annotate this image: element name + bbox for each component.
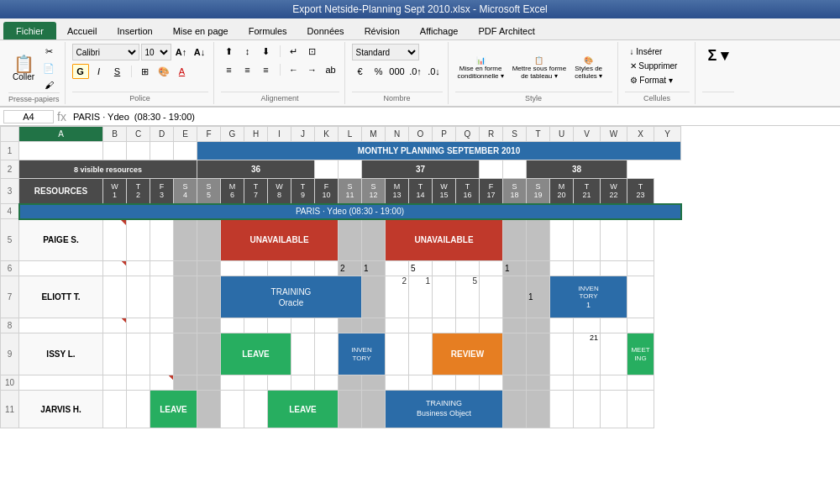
cell-s10[interactable] [503, 375, 527, 391]
paige-unavailable-1[interactable]: UNAVAILABLE [221, 219, 339, 261]
cell-p10[interactable] [433, 375, 456, 391]
col-header-s[interactable]: S [503, 127, 527, 142]
jarvis-s11[interactable] [339, 391, 362, 428]
cell-reference-input[interactable] [3, 110, 54, 123]
cell-l6[interactable]: 2 [339, 261, 362, 276]
thousands-button[interactable]: 000 [389, 64, 406, 79]
paige-f3[interactable] [150, 219, 174, 261]
cell-f8[interactable] [197, 318, 221, 333]
align-middle-button[interactable]: ↕ [239, 44, 256, 59]
cell-b8[interactable] [103, 318, 127, 333]
col-header-l[interactable]: L [339, 127, 362, 142]
col-header-m[interactable]: M [362, 127, 386, 142]
cell-c1[interactable] [127, 142, 150, 160]
cell-d1[interactable] [150, 142, 174, 160]
issy-w1[interactable] [103, 333, 127, 375]
paige-w1[interactable] [103, 219, 127, 261]
cell-c6[interactable] [127, 261, 150, 276]
wrap-text-button[interactable]: ↵ [286, 44, 302, 59]
paige-s5[interactable] [197, 219, 221, 261]
cell-o10[interactable] [409, 375, 433, 391]
cell-g6[interactable] [221, 261, 244, 276]
col-header-h[interactable]: H [244, 127, 268, 142]
cell-t8[interactable] [527, 318, 550, 333]
cell-m8[interactable] [362, 318, 386, 333]
cell-w8[interactable] [601, 318, 627, 333]
cell-v10[interactable] [574, 375, 601, 391]
supprimer-button[interactable]: ✕ Supprimer [627, 60, 681, 72]
cell-t6[interactable] [527, 261, 550, 276]
paige-w22[interactable] [601, 219, 627, 261]
tab-donnees[interactable]: Données [298, 22, 354, 39]
eliott-inventory[interactable]: INVENTORY1 [550, 276, 627, 318]
align-bottom-button[interactable]: ⬇ [258, 44, 275, 59]
jarvis-leave-1[interactable]: LEAVE [150, 391, 197, 428]
jarvis-t21[interactable] [574, 391, 601, 428]
paige-t2[interactable] [127, 219, 150, 261]
issy-m13[interactable] [386, 333, 409, 375]
mise-forme-conditionnelle-button[interactable]: 📊 Mise en formeconditionnelle ▾ [455, 45, 507, 91]
eliott-t23[interactable] [627, 276, 654, 318]
cell-w10[interactable] [601, 375, 627, 391]
eliott-w15[interactable] [433, 276, 456, 318]
cell-e6[interactable] [174, 261, 197, 276]
eliott-s18[interactable] [503, 276, 527, 318]
issy-s5[interactable] [197, 333, 221, 375]
cell-i8[interactable] [268, 318, 291, 333]
paige-s19[interactable] [527, 219, 550, 261]
issy-meeting[interactable]: MEETING [627, 333, 654, 375]
cell-m10[interactable] [362, 375, 386, 391]
cell-i10[interactable] [268, 375, 291, 391]
cell-d6[interactable] [150, 261, 174, 276]
paige-t23[interactable] [627, 219, 654, 261]
jarvis-t2[interactable] [127, 391, 150, 428]
cell-c8[interactable] [127, 318, 150, 333]
align-right-button[interactable]: ≡ [258, 62, 275, 77]
cell-h10[interactable] [244, 375, 268, 391]
cell-x6[interactable] [627, 261, 654, 276]
currency-button[interactable]: € [352, 64, 369, 79]
number-format-selector[interactable]: Standard Nombre Monétaire [352, 44, 419, 60]
font-color-button[interactable]: A [174, 64, 191, 79]
cell-e1[interactable] [174, 142, 197, 160]
col-header-c[interactable]: C [127, 127, 150, 142]
cell-s6[interactable]: 1 [503, 261, 527, 276]
cell-n6[interactable] [386, 261, 409, 276]
format-button[interactable]: ⚙ Format ▾ [627, 74, 681, 87]
tab-insertion[interactable]: Insertion [108, 22, 161, 39]
borders-button[interactable]: ⊞ [137, 64, 154, 79]
cell-r8[interactable] [480, 318, 503, 333]
eliott-t2[interactable] [127, 276, 150, 318]
eliott-s19[interactable]: 1 [527, 276, 550, 318]
col-header-i[interactable]: I [268, 127, 291, 142]
eliott-w1[interactable] [103, 276, 127, 318]
eliott-t16[interactable]: 5 [456, 276, 480, 318]
cell-l10[interactable] [339, 375, 362, 391]
cell-a1[interactable] [19, 142, 103, 160]
align-left-button[interactable]: ≡ [221, 62, 238, 77]
cell-f10[interactable] [197, 375, 221, 391]
tab-accueil[interactable]: Accueil [58, 22, 106, 39]
cell-r10[interactable] [480, 375, 503, 391]
jarvis-leave-2[interactable]: LEAVE [268, 391, 339, 428]
sigma-button[interactable]: Σ ▾ [702, 44, 735, 67]
col-header-y[interactable]: Y [654, 127, 681, 142]
tab-formules[interactable]: Formules [239, 22, 297, 39]
styles-cellules-button[interactable]: 🎨 Styles decellules ▾ [572, 45, 605, 91]
tab-pdf-architect[interactable]: PDF Architect [469, 22, 543, 39]
cell-f6[interactable] [197, 261, 221, 276]
cell-h8[interactable] [244, 318, 268, 333]
col-header-q[interactable]: Q [456, 127, 480, 142]
copier-button[interactable]: 📄 [40, 60, 57, 76]
jarvis-t7[interactable] [244, 391, 268, 428]
orientation-button[interactable]: ab [323, 62, 339, 77]
cell-g10[interactable] [221, 375, 244, 391]
col-header-u[interactable]: U [550, 127, 574, 142]
align-top-button[interactable]: ⬆ [221, 44, 238, 59]
decrease-indent-button[interactable]: ← [286, 62, 302, 77]
font-size-up-button[interactable]: A↑ [173, 45, 190, 60]
cell-u6[interactable] [550, 261, 574, 276]
jarvis-s19[interactable] [527, 391, 550, 428]
decrease-decimal-button[interactable]: .0↓ [426, 64, 443, 79]
col-header-r[interactable]: R [480, 127, 503, 142]
